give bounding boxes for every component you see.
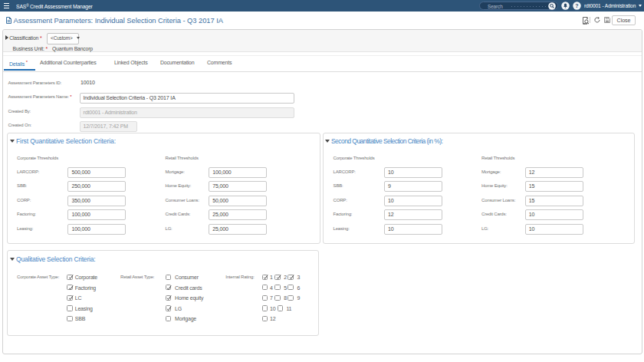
svg-text:?: ? bbox=[575, 3, 578, 8]
